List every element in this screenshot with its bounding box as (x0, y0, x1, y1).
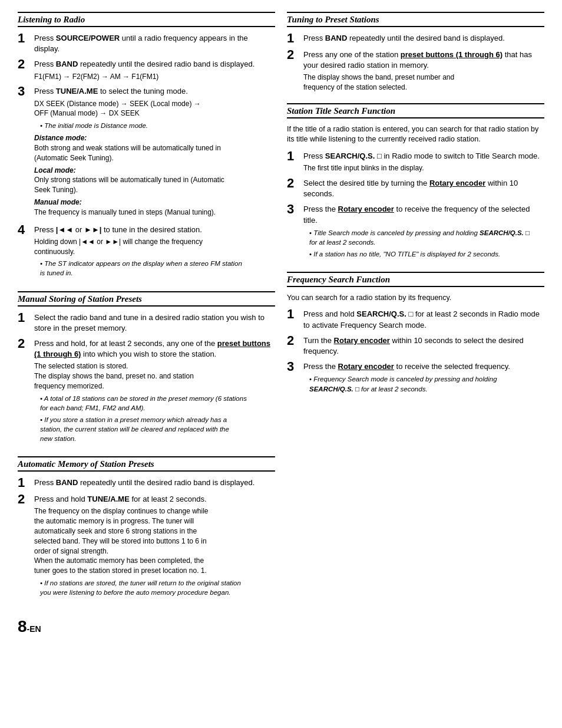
note: • If no stations are stored, the tuner w… (40, 578, 275, 597)
step-2-freq-search: 2 Turn the Rotary encoder within 10 seco… (287, 335, 544, 357)
step-num: 1 (18, 311, 34, 324)
step-sub: The first title input blinks in the disp… (303, 163, 544, 173)
note: • The initial mode is Distance mode. (40, 121, 275, 130)
subtext-local: Only strong stations will be automatical… (34, 175, 275, 195)
sublabel-distance: Distance mode: (34, 133, 275, 143)
step-num: 2 (18, 58, 34, 71)
step-sub: DX SEEK (Distance mode) → SEEK (Local mo… (34, 99, 275, 119)
step-content: Press and hold SEARCH/Q.S. □ for at leas… (303, 309, 544, 330)
step-2-manual: 2 Press and hold, for at least 2 seconds… (18, 338, 275, 446)
step-1-tuning: 1 Press BAND repeatedly until the desire… (287, 33, 544, 45)
step-content: Press the Rotary encoder to receive the … (303, 361, 544, 396)
subtext-manual: The frequency is manually tuned in steps… (34, 207, 275, 218)
subtext-distance: Both strong and weak stations will be au… (34, 143, 275, 163)
step-content: Press SEARCH/Q.S. □ in Radio mode to swi… (303, 151, 544, 173)
note: • If you store a station in a preset mem… (40, 415, 275, 443)
step-1-listening: 1 Press SOURCE/POWER until a radio frequ… (18, 33, 275, 54)
step-content: Press |◄◄ or ►►| to tune in the desired … (34, 225, 275, 281)
step-num: 1 (287, 32, 303, 45)
step-num: 2 (18, 493, 34, 506)
step-num: 2 (287, 177, 303, 190)
step-content: Press any one of the station preset butt… (303, 50, 544, 93)
sublabel-manual: Manual mode: (34, 197, 275, 207)
right-column: Tuning to Preset Stations 1 Press BAND r… (287, 12, 544, 636)
step-num: 3 (18, 85, 34, 98)
step-num: 2 (287, 334, 303, 347)
step-content: Select the desired title by turning the … (303, 178, 544, 199)
sublabel-local: Local mode: (34, 166, 275, 176)
step-num: 1 (18, 476, 34, 489)
note: • The ST indicator appears on the displa… (40, 259, 275, 278)
step-content: Press TUNE/A.ME to select the tuning mod… (34, 86, 275, 219)
step-sub: The frequency on the display continues t… (34, 506, 275, 576)
step-content: Turn the Rotary encoder within 10 second… (303, 335, 544, 357)
step-content: Select the radio band and tune in a desi… (34, 312, 275, 334)
section-listening-to-radio: Listening to Radio 1 Press SOURCE/POWER … (18, 12, 275, 281)
step-content: Press BAND repeatedly until the desired … (303, 33, 544, 44)
section-tuning-preset: Tuning to Preset Stations 1 Press BAND r… (287, 12, 544, 93)
section-title-title-search: Station Title Search Function (287, 103, 544, 118)
section-title-tuning-preset: Tuning to Preset Stations (287, 12, 544, 27)
step-num: 3 (287, 203, 303, 216)
step-1-auto: 1 Press BAND repeatedly until the desire… (18, 477, 275, 489)
step-sub: The selected station is stored.The displ… (34, 361, 275, 391)
section-automatic-memory: Automatic Memory of Station Presets 1 Pr… (18, 456, 275, 599)
section-title-automatic-memory: Automatic Memory of Station Presets (18, 456, 275, 472)
note: • Title Search mode is canceled by press… (309, 228, 544, 247)
step-3-title-search: 3 Press the Rotary encoder to receive th… (287, 204, 544, 261)
note: • Frequency Search mode is canceled by p… (309, 374, 544, 393)
section-title-listening: Listening to Radio (18, 12, 275, 27)
step-content: Press BAND repeatedly until the desired … (34, 59, 275, 81)
section-intro-freq: You can search for a radio station by it… (287, 293, 544, 304)
step-num: 1 (18, 32, 34, 45)
sublabels: Distance mode: Both strong and weak stat… (34, 133, 275, 217)
step-sub: F1(FM1) → F2(FM2) → AM → F1(FM1) (34, 72, 275, 82)
step-1-title-search: 1 Press SEARCH/Q.S. □ in Radio mode to s… (287, 151, 544, 173)
step-content: Press SOURCE/POWER until a radio frequen… (34, 33, 275, 54)
step-num: 3 (287, 360, 303, 373)
note: • If a station has no title, "NO TITLE" … (309, 249, 544, 259)
step-num: 2 (287, 48, 303, 61)
step-2-title-search: 2 Select the desired title by turning th… (287, 178, 544, 199)
section-title-manual-storing: Manual Storing of Station Presets (18, 291, 275, 307)
section-frequency-search: Frequency Search Function You can search… (287, 272, 544, 396)
section-intro: If the title of a radio station is enter… (287, 124, 544, 145)
step-num: 4 (18, 223, 34, 236)
step-num: 1 (287, 308, 303, 321)
step-2-tuning: 2 Press any one of the station preset bu… (287, 50, 544, 93)
step-content: Press BAND repeatedly until the desired … (34, 477, 275, 488)
step-sub: The display shows the band, preset numbe… (303, 73, 544, 93)
step-content: Press and hold, for at least 2 seconds, … (34, 338, 275, 446)
step-num: 2 (18, 337, 34, 350)
page-layout: Listening to Radio 1 Press SOURCE/POWER … (18, 12, 544, 636)
step-3-listening: 3 Press TUNE/A.ME to select the tuning m… (18, 86, 275, 219)
section-title-freq-search: Frequency Search Function (287, 272, 544, 287)
step-2-auto: 2 Press and hold TUNE/A.ME for at least … (18, 494, 275, 599)
page-number: 8-EN (18, 617, 275, 636)
step-1-manual: 1 Select the radio band and tune in a de… (18, 312, 275, 334)
step-num: 1 (287, 150, 303, 163)
step-content: Press and hold TUNE/A.ME for at least 2 … (34, 494, 275, 599)
step-sub: Holding down |◄◄ or ►►| will change the … (34, 237, 275, 257)
step-4-listening: 4 Press |◄◄ or ►►| to tune in the desire… (18, 225, 275, 281)
page-suffix: -EN (27, 624, 41, 634)
left-column: Listening to Radio 1 Press SOURCE/POWER … (18, 12, 275, 636)
step-content: Press the Rotary encoder to receive the … (303, 204, 544, 261)
step-1-freq-search: 1 Press and hold SEARCH/Q.S. □ for at le… (287, 309, 544, 330)
section-title-search: Station Title Search Function If the tit… (287, 103, 544, 261)
step-2-listening: 2 Press BAND repeatedly until the desire… (18, 59, 275, 81)
section-manual-storing: Manual Storing of Station Presets 1 Sele… (18, 291, 275, 446)
step-3-freq-search: 3 Press the Rotary encoder to receive th… (287, 361, 544, 396)
note: • A total of 18 stations can be stored i… (40, 394, 275, 413)
